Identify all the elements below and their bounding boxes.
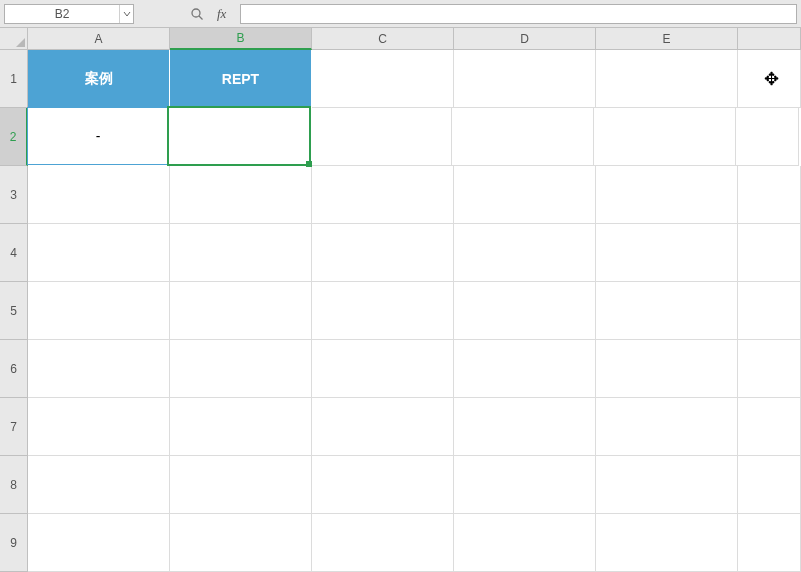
row-header-5[interactable]: 5	[0, 282, 28, 340]
cell-B5[interactable]	[170, 282, 312, 340]
cell-A5[interactable]	[28, 282, 170, 340]
cell-C6[interactable]	[312, 340, 454, 398]
cell-X5[interactable]	[738, 282, 801, 340]
chevron-down-icon	[123, 10, 131, 18]
col-header-D[interactable]: D	[454, 28, 596, 50]
cell-A8[interactable]	[28, 456, 170, 514]
row-header-4[interactable]: 4	[0, 224, 28, 282]
row-header-7[interactable]: 7	[0, 398, 28, 456]
col-header-blank[interactable]	[738, 28, 801, 50]
cell-B1[interactable]: REPT	[170, 50, 312, 108]
spreadsheet-grid: ABCDE 123456789 案例REPT- ✥	[0, 28, 801, 572]
cell-B7[interactable]	[170, 398, 312, 456]
row-header-9[interactable]: 9	[0, 514, 28, 572]
cell-D4[interactable]	[454, 224, 596, 282]
cell-D7[interactable]	[454, 398, 596, 456]
cell-B3[interactable]	[170, 166, 312, 224]
cell-A3[interactable]	[28, 166, 170, 224]
row-header-1[interactable]: 1	[0, 50, 28, 108]
cell-A9[interactable]	[28, 514, 170, 572]
cell-E1[interactable]	[596, 50, 738, 108]
svg-point-0	[192, 9, 200, 17]
cell-D9[interactable]	[454, 514, 596, 572]
cell-C1[interactable]	[312, 50, 454, 108]
col-header-E[interactable]: E	[596, 28, 738, 50]
cell-B2[interactable]	[168, 107, 310, 165]
search-icon[interactable]	[187, 7, 207, 21]
cell-C8[interactable]	[312, 456, 454, 514]
cell-X4[interactable]	[738, 224, 801, 282]
cell-E8[interactable]	[596, 456, 738, 514]
cell-E9[interactable]	[596, 514, 738, 572]
select-all-corner[interactable]	[0, 28, 28, 50]
cell-D2[interactable]	[452, 108, 594, 166]
cell-E4[interactable]	[596, 224, 738, 282]
cell-D5[interactable]	[454, 282, 596, 340]
cell-B6[interactable]	[170, 340, 312, 398]
cell-X8[interactable]	[738, 456, 801, 514]
cell-B4[interactable]	[170, 224, 312, 282]
cell-X2[interactable]	[736, 108, 799, 166]
cell-X3[interactable]	[738, 166, 801, 224]
column-headers: ABCDE	[0, 28, 801, 50]
cell-C4[interactable]	[312, 224, 454, 282]
cell-E2[interactable]	[594, 108, 736, 166]
fx-label[interactable]: fx	[217, 6, 226, 22]
cell-A2[interactable]: -	[27, 107, 169, 165]
row-header-6[interactable]: 6	[0, 340, 28, 398]
cell-C9[interactable]	[312, 514, 454, 572]
col-header-B[interactable]: B	[170, 28, 312, 50]
fill-handle[interactable]	[306, 161, 312, 167]
cell-E5[interactable]	[596, 282, 738, 340]
name-box-value: B2	[5, 7, 119, 21]
cell-E3[interactable]	[596, 166, 738, 224]
row-header-2[interactable]: 2	[0, 108, 28, 166]
row-header-8[interactable]: 8	[0, 456, 28, 514]
cell-A4[interactable]	[28, 224, 170, 282]
cell-X1[interactable]	[738, 50, 801, 108]
cell-B8[interactable]	[170, 456, 312, 514]
cell-D6[interactable]	[454, 340, 596, 398]
svg-line-1	[199, 16, 203, 20]
formula-bar[interactable]	[240, 4, 797, 24]
cell-C5[interactable]	[312, 282, 454, 340]
cell-E6[interactable]	[596, 340, 738, 398]
cell-X6[interactable]	[738, 340, 801, 398]
cell-D8[interactable]	[454, 456, 596, 514]
cell-A6[interactable]	[28, 340, 170, 398]
row-header-3[interactable]: 3	[0, 166, 28, 224]
name-box-dropdown[interactable]	[119, 5, 133, 23]
cells-area[interactable]: 案例REPT-	[28, 50, 801, 572]
formula-toolbar: B2 fx	[0, 0, 801, 28]
cell-D1[interactable]	[454, 50, 596, 108]
row-headers: 123456789	[0, 50, 28, 572]
cell-X7[interactable]	[738, 398, 801, 456]
cell-B9[interactable]	[170, 514, 312, 572]
cell-C7[interactable]	[312, 398, 454, 456]
cell-C2[interactable]	[310, 108, 452, 166]
cell-D3[interactable]	[454, 166, 596, 224]
cell-E7[interactable]	[596, 398, 738, 456]
name-box[interactable]: B2	[4, 4, 134, 24]
cell-C3[interactable]	[312, 166, 454, 224]
cell-X9[interactable]	[738, 514, 801, 572]
col-header-A[interactable]: A	[28, 28, 170, 50]
cell-A1[interactable]: 案例	[28, 50, 170, 108]
col-header-C[interactable]: C	[312, 28, 454, 50]
cell-A7[interactable]	[28, 398, 170, 456]
